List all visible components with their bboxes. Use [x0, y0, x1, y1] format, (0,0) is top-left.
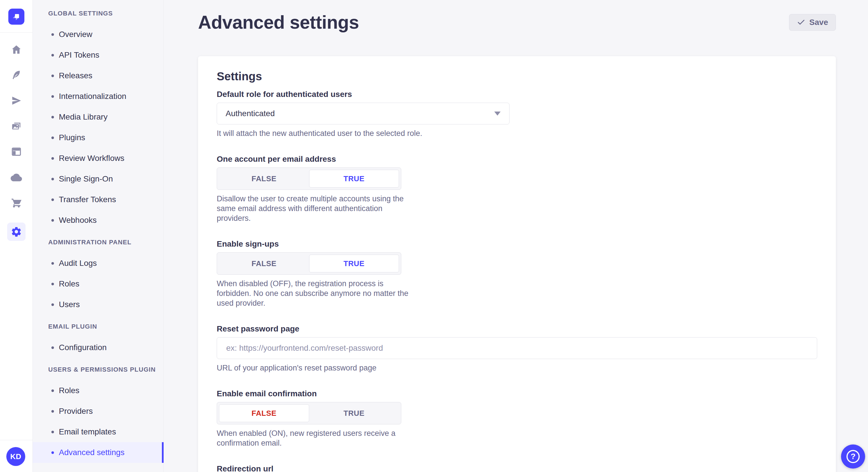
bullet-icon [51, 219, 54, 222]
sidebar-item-overview[interactable]: Overview [33, 24, 163, 45]
sidebar-item-transfer-tokens[interactable]: Transfer Tokens [33, 189, 163, 210]
field-hint: When disabled (OFF), the registration pr… [217, 279, 817, 308]
field-one-account-per-email: One account per email address FALSE TRUE… [217, 154, 817, 223]
sidebar-item-audit-logs[interactable]: Audit Logs [33, 253, 163, 274]
bullet-icon [51, 157, 54, 160]
send-plane-icon[interactable] [11, 95, 22, 106]
field-label: Default role for authenticated users [217, 90, 817, 99]
bullet-icon [51, 346, 54, 349]
sidebar-item-configuration[interactable]: Configuration [33, 337, 163, 358]
default-role-select[interactable]: Authenticated [217, 103, 509, 125]
sidebar-item-plugins[interactable]: Plugins [33, 127, 163, 148]
sidebar-item-webhooks[interactable]: Webhooks [33, 210, 163, 231]
sidebar-item-label: Audit Logs [59, 259, 97, 268]
bullet-icon [51, 116, 54, 119]
sidebar-item-single-sign-on[interactable]: Single Sign-On [33, 169, 163, 189]
sidebar-item-releases[interactable]: Releases [33, 65, 163, 86]
field-hint: URL of your application's reset password… [217, 363, 817, 373]
sidebar-item-email-templates[interactable]: Email templates [33, 422, 163, 442]
save-button-label: Save [809, 18, 828, 27]
field-label: One account per email address [217, 154, 817, 164]
toggle-option-true[interactable]: TRUE [309, 170, 399, 188]
field-default-role: Default role for authenticated users Aut… [217, 90, 817, 138]
field-hint: When enabled (ON), new registered users … [217, 429, 817, 448]
bullet-icon [51, 33, 54, 36]
sidebar-item-label: Providers [59, 407, 93, 416]
strapi-logo[interactable] [8, 9, 24, 25]
sidebar-item-label: Configuration [59, 343, 107, 352]
sidebar-item-label: Overview [59, 30, 92, 39]
sidebar-item-label: Transfer Tokens [59, 195, 116, 204]
bullet-icon [51, 303, 54, 306]
reset-password-page-input[interactable] [217, 337, 817, 359]
bullet-icon [51, 431, 54, 433]
sidebar-section-title: USERS & PERMISSIONS PLUGIN [33, 365, 163, 374]
field-hint: Disallow the user to create multiple acc… [217, 194, 817, 223]
media-library-pictures-icon[interactable] [11, 121, 22, 132]
sidebar-item-review-workflows[interactable]: Review Workflows [33, 148, 163, 169]
toggle-option-true[interactable]: TRUE [309, 255, 399, 272]
home-icon[interactable] [11, 44, 22, 55]
field-hint: It will attach the new authenticated use… [217, 129, 817, 138]
settings-sidebar: GLOBAL SETTINGSOverviewAPI TokensRelease… [33, 0, 164, 472]
bullet-icon [51, 74, 54, 77]
content-type-builder-feather-icon[interactable] [11, 69, 22, 81]
sidebar-item-media-library[interactable]: Media Library [33, 107, 163, 127]
bullet-icon [51, 54, 54, 57]
sidebar-item-providers[interactable]: Providers [33, 401, 163, 422]
sidebar-item-internationalization[interactable]: Internationalization [33, 86, 163, 107]
page-title: Advanced settings [198, 11, 359, 33]
sidebar-item-label: API Tokens [59, 50, 99, 60]
cloud-icon[interactable] [11, 171, 22, 183]
toggle-option-false[interactable]: FALSE [219, 404, 309, 422]
content-manager-layout-icon[interactable] [11, 146, 22, 158]
sidebar-item-api-tokens[interactable]: API Tokens [33, 45, 163, 65]
sidebar-item-label: Releases [59, 71, 92, 80]
sidebar-item-label: Webhooks [59, 216, 97, 225]
bullet-icon [51, 451, 54, 454]
settings-gear-icon[interactable] [7, 223, 26, 241]
sidebar-item-label: Media Library [59, 112, 107, 122]
toggle-option-false[interactable]: FALSE [219, 170, 309, 188]
bullet-icon [51, 178, 54, 180]
sidebar-item-roles[interactable]: Roles [33, 274, 163, 294]
field-label: Redirection url [217, 464, 817, 472]
sidebar-item-label: Single Sign-On [59, 174, 113, 183]
marketplace-cart-icon[interactable] [11, 197, 22, 208]
strapi-logo-icon [11, 11, 22, 22]
field-label: Enable sign-ups [217, 239, 817, 249]
field-label: Enable email confirmation [217, 389, 817, 399]
sidebar-item-advanced-settings[interactable]: Advanced settings [33, 442, 163, 463]
enable-sign-ups-toggle: FALSE TRUE [217, 252, 401, 275]
main-content: Advanced settings Save Settings Default … [164, 0, 868, 472]
rail-divider [0, 32, 32, 33]
bullet-icon [51, 410, 54, 413]
sidebar-item-label: Internationalization [59, 92, 126, 101]
toggle-option-false[interactable]: FALSE [219, 255, 309, 272]
bullet-icon [51, 198, 54, 201]
page-header: Advanced settings Save [164, 0, 868, 33]
enable-email-confirmation-toggle: FALSE TRUE [217, 402, 401, 425]
field-enable-sign-ups: Enable sign-ups FALSE TRUE When disabled… [217, 239, 817, 308]
sidebar-item-label: Email templates [59, 427, 116, 436]
sidebar-section-title: EMAIL PLUGIN [33, 322, 163, 332]
card-title: Settings [217, 70, 817, 82]
sidebar-item-users[interactable]: Users [33, 294, 163, 315]
avatar[interactable]: KD [6, 447, 25, 466]
field-redirection-url: Redirection url [217, 464, 817, 472]
sidebar-section-title: ADMINISTRATION PANEL [33, 237, 163, 247]
sidebar-item-roles[interactable]: Roles [33, 380, 163, 401]
field-reset-password-page: Reset password page URL of your applicat… [217, 324, 817, 373]
sidebar-item-label: Advanced settings [59, 448, 125, 457]
chevron-down-icon [494, 111, 501, 115]
settings-card: Settings Default role for authenticated … [198, 56, 836, 472]
sidebar-item-label: Roles [59, 279, 80, 289]
field-enable-email-confirmation: Enable email confirmation FALSE TRUE Whe… [217, 389, 817, 448]
check-icon [797, 18, 805, 27]
toggle-option-true[interactable]: TRUE [309, 404, 399, 422]
save-button[interactable]: Save [789, 14, 836, 31]
select-value: Authenticated [226, 109, 275, 118]
help-button[interactable]: ? [841, 444, 865, 469]
field-label: Reset password page [217, 324, 817, 334]
sidebar-item-label: Roles [59, 386, 80, 395]
